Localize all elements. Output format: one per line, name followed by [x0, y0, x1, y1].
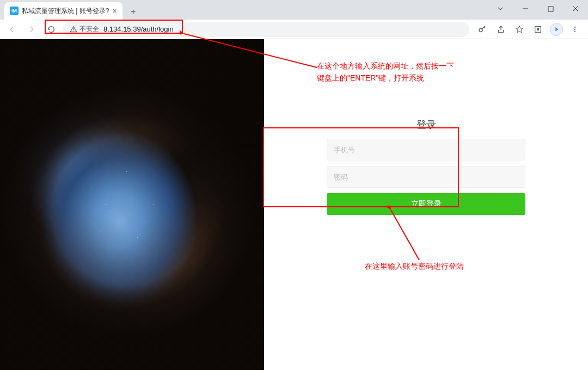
- tab-title: 私域流量管理系统 | 账号登录?: [22, 7, 109, 16]
- tab-close-icon[interactable]: ×: [112, 7, 117, 15]
- annotation-text-url: 在这个地方输入系统的网址，然后按一下 键盘上的"ENTER"键，打开系统: [317, 60, 454, 84]
- url-text: 8.134.15.39/auth/login: [103, 25, 174, 33]
- svg-rect-1: [548, 7, 553, 11]
- login-title: 登录: [327, 118, 525, 131]
- hero-image: [0, 39, 264, 370]
- forward-button[interactable]: [24, 22, 39, 37]
- security-warning: 不安全: [70, 24, 99, 34]
- browser-tab[interactable]: IM 私域流量管理系统 | 账号登录? ×: [4, 2, 122, 20]
- bookmark-icon[interactable]: [511, 22, 528, 37]
- toolbar-right: [474, 22, 584, 37]
- minimize-button[interactable]: [513, 0, 538, 17]
- window-dropdown-icon[interactable]: [488, 0, 513, 17]
- login-panel: 登录 立即登录: [264, 39, 588, 370]
- password-input[interactable]: [327, 166, 525, 188]
- close-button[interactable]: [563, 0, 588, 17]
- svg-point-9: [574, 26, 575, 27]
- profile-button[interactable]: [548, 22, 565, 37]
- extensions-icon[interactable]: [529, 22, 547, 37]
- security-label: 不安全: [79, 24, 99, 34]
- share-icon[interactable]: [492, 22, 510, 37]
- login-form: 立即登录: [327, 139, 525, 215]
- password-key-icon[interactable]: [474, 22, 491, 37]
- svg-point-5: [73, 30, 74, 31]
- profile-avatar-icon: [550, 23, 563, 36]
- warning-icon: [70, 26, 77, 33]
- back-button[interactable]: [4, 22, 20, 37]
- svg-point-6: [479, 28, 482, 32]
- window-controls: [488, 0, 588, 17]
- tab-favicon: IM: [10, 7, 19, 15]
- phone-input[interactable]: [327, 139, 525, 161]
- browser-toolbar: 不安全 8.134.15.39/auth/login: [0, 20, 588, 39]
- svg-point-11: [574, 30, 575, 32]
- menu-button[interactable]: [566, 22, 584, 37]
- annotation-text-form: 在这里输入账号密码进行登陆: [365, 260, 464, 272]
- login-box: 登录 立即登录: [327, 118, 525, 215]
- address-bar[interactable]: 不安全 8.134.15.39/auth/login: [63, 22, 469, 37]
- svg-rect-8: [537, 28, 539, 30]
- maximize-button[interactable]: [538, 0, 563, 17]
- page-content: 登录 立即登录: [0, 39, 588, 370]
- login-submit-button[interactable]: 立即登录: [327, 193, 525, 215]
- svg-point-10: [574, 28, 575, 29]
- reload-button[interactable]: [44, 22, 59, 37]
- new-tab-button[interactable]: +: [126, 4, 141, 20]
